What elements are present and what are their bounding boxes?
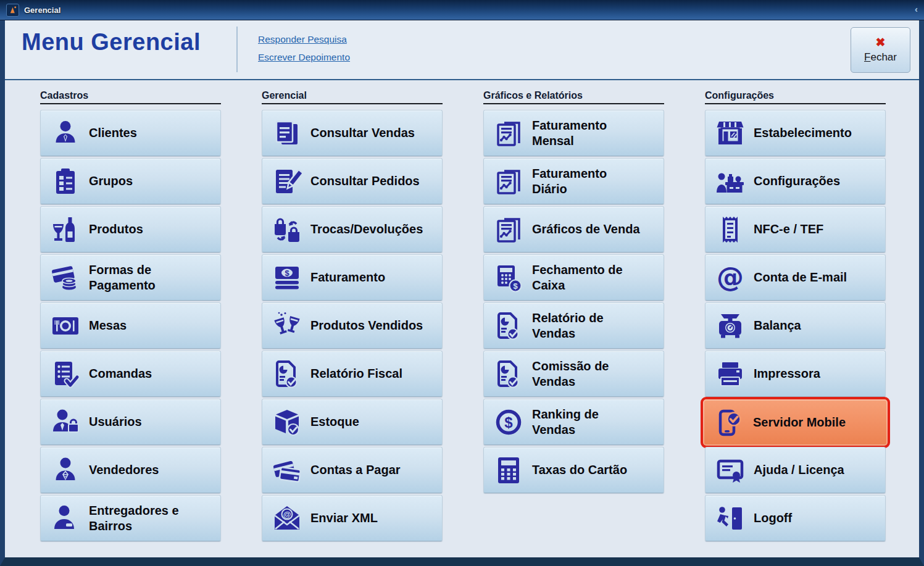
receipt-icon xyxy=(715,214,746,245)
report-check-icon xyxy=(272,359,302,389)
box-check-icon xyxy=(272,407,302,438)
report-check-icon xyxy=(493,310,524,341)
menu-button-relatorio-fiscal[interactable]: Relatório Fiscal xyxy=(262,351,443,397)
menu-button-vendedores[interactable]: Vendedores xyxy=(40,447,221,493)
link-responder-pesquisa[interactable]: Responder Pesquisa xyxy=(258,34,350,45)
menu-button-label: Usuários xyxy=(89,414,144,430)
menu-button-contas-a-pagar[interactable]: Contas a Pagar xyxy=(262,447,443,493)
menu-button-estoque[interactable]: Estoque xyxy=(262,399,443,445)
titlebar: Gerencial ‹ xyxy=(0,0,924,20)
menu-column-gerencial: GerencialConsultar VendasConsultar Pedid… xyxy=(262,90,443,543)
phone-check-icon xyxy=(714,407,745,438)
menu-grid: CadastrosClientesGruposProdutosFormas de… xyxy=(40,90,919,543)
svg-text:$: $ xyxy=(285,268,289,277)
menu-button-label: Formas de Pagamento xyxy=(89,262,158,293)
menu-button-label: Taxas do Cartão xyxy=(532,462,630,478)
report-check-icon xyxy=(493,359,524,389)
menu-button-label: Entregadores e Bairros xyxy=(89,503,181,534)
menu-button-configuracoes[interactable]: Configurações xyxy=(705,158,886,204)
menu-button-impressora[interactable]: Impressora xyxy=(705,351,886,397)
menu-button-ajuda-licenca[interactable]: Ajuda / Licença xyxy=(705,447,886,493)
order-check-icon xyxy=(50,359,81,389)
page-title: Menu Gerencial xyxy=(22,29,201,56)
menu-button-comissao-de-vendas[interactable]: Comissão de Vendas xyxy=(483,351,664,397)
menu-button-formas-de-pagamento[interactable]: Formas de Pagamento xyxy=(40,254,221,301)
menu-button-label: Comandas xyxy=(89,366,154,381)
chart-report-icon xyxy=(493,118,524,149)
window-content: Menu Gerencial Responder Pesquisa Escrev… xyxy=(0,20,924,566)
toast-glasses-icon xyxy=(272,310,302,341)
menu-button-label: Logoff xyxy=(754,510,794,526)
menu-button-consultar-pedidos[interactable]: Consultar Pedidos xyxy=(262,158,443,204)
menu-button-label: Estoque xyxy=(310,414,362,430)
app-icon xyxy=(6,4,19,17)
menu-button-label: Estabelecimento xyxy=(754,125,854,141)
menu-button-faturamento-mensal[interactable]: Faturamento Mensal xyxy=(483,110,664,156)
menu-button-servidor-mobile[interactable]: Servidor Mobile xyxy=(701,397,890,448)
menu-button-usuarios[interactable]: Usuários xyxy=(40,399,221,445)
menu-button-label: Relatório Fiscal xyxy=(310,366,405,381)
wine-bottle-glass-icon xyxy=(50,214,81,245)
menu-button-logoff[interactable]: Logoff xyxy=(705,495,886,541)
counter-settings-icon xyxy=(715,166,746,197)
menu-button-trocas-devolucoes[interactable]: Trocas/Devoluções xyxy=(262,206,443,252)
column-header-configuracoes: Configurações xyxy=(705,90,886,104)
column-header-gerencial: Gerencial xyxy=(262,90,443,104)
header-divider xyxy=(236,27,238,72)
menu-column-graficos-e-relatorios: Gráficos e RelatóriosFaturamento MensalF… xyxy=(483,90,664,495)
storefront-icon xyxy=(715,118,746,149)
menu-button-label: Faturamento Mensal xyxy=(532,118,609,149)
menu-button-label: Balança xyxy=(754,318,804,333)
menu-button-balanca[interactable]: Balança xyxy=(705,302,886,349)
menu-button-enviar-xml[interactable]: @Enviar XML xyxy=(262,495,443,541)
menu-button-nfc-e-tef[interactable]: NFC-e / TEF xyxy=(705,206,886,252)
menu-button-label: Trocas/Devoluções xyxy=(310,222,425,237)
menu-button-faturamento[interactable]: $Faturamento xyxy=(262,254,443,301)
menu-button-estabelecimento[interactable]: Estabelecimento xyxy=(705,110,886,156)
menu-button-entregadores-e-bairros[interactable]: Entregadores e Bairros xyxy=(40,495,221,541)
menu-button-clientes[interactable]: Clientes xyxy=(40,110,221,156)
documents-icon xyxy=(272,118,302,149)
menu-button-produtos-vendidos[interactable]: Produtos Vendidos xyxy=(262,302,443,349)
menu-button-label: Fechamento de Caixa xyxy=(532,262,625,293)
menu-button-conta-de-e-mail[interactable]: @Conta de E-mail xyxy=(705,254,886,301)
menu-button-label: Ranking de Vendas xyxy=(532,407,601,438)
clipboard-list-icon xyxy=(50,166,81,197)
menu-button-faturamento-diario[interactable]: Faturamento Diário xyxy=(483,158,664,204)
chart-report-icon xyxy=(493,166,524,197)
dollar-circle-icon: $ xyxy=(493,407,524,438)
header-band: Menu Gerencial Responder Pesquisa Escrev… xyxy=(5,20,919,80)
svg-text:$: $ xyxy=(513,281,518,290)
person-tie-icon xyxy=(50,118,81,149)
svg-text:@: @ xyxy=(717,263,744,293)
menu-column-cadastros: CadastrosClientesGruposProdutosFormas de… xyxy=(40,90,221,543)
logoff-door-icon xyxy=(715,503,746,534)
app-window: Gerencial ‹ Menu Gerencial Responder Pes… xyxy=(0,0,924,566)
at-icon: @ xyxy=(715,262,746,293)
menu-button-produtos[interactable]: Produtos xyxy=(40,206,221,252)
menu-button-comandas[interactable]: Comandas xyxy=(40,351,221,397)
menu-button-relatorio-de-vendas[interactable]: Relatório de Vendas xyxy=(483,302,664,349)
menu-button-taxas-do-cartao[interactable]: Taxas do Cartão xyxy=(483,447,664,493)
menu-button-label: Configurações xyxy=(754,173,843,189)
menu-button-label: Mesas xyxy=(89,318,129,333)
menu-button-label: Produtos xyxy=(89,222,146,237)
table-setting-icon xyxy=(50,310,81,341)
column-header-graficos-e-relatorios: Gráficos e Relatórios xyxy=(483,90,664,104)
menu-button-grupos[interactable]: Grupos xyxy=(40,158,221,204)
menu-button-ranking-de-vendas[interactable]: $Ranking de Vendas xyxy=(483,399,664,445)
menu-button-graficos-de-venda[interactable]: Gráficos de Venda xyxy=(483,206,664,252)
svg-text:@: @ xyxy=(283,510,291,519)
envelope-at-icon: @ xyxy=(272,503,302,534)
chart-report-icon xyxy=(493,214,524,245)
calculator-coin-icon: $ xyxy=(493,262,524,293)
courier-icon xyxy=(50,503,81,534)
seller-icon xyxy=(50,455,81,486)
card-coins-icon xyxy=(50,262,81,293)
menu-button-consultar-vendas[interactable]: Consultar Vendas xyxy=(262,110,443,156)
link-escrever-depoimento[interactable]: Escrever Depoimento xyxy=(258,52,350,63)
window-title: Gerencial xyxy=(24,6,60,15)
fechar-button[interactable]: ✖ Fechar xyxy=(851,27,910,73)
menu-button-mesas[interactable]: Mesas xyxy=(40,302,221,349)
menu-button-fechamento-de-caixa[interactable]: $Fechamento de Caixa xyxy=(483,254,664,301)
